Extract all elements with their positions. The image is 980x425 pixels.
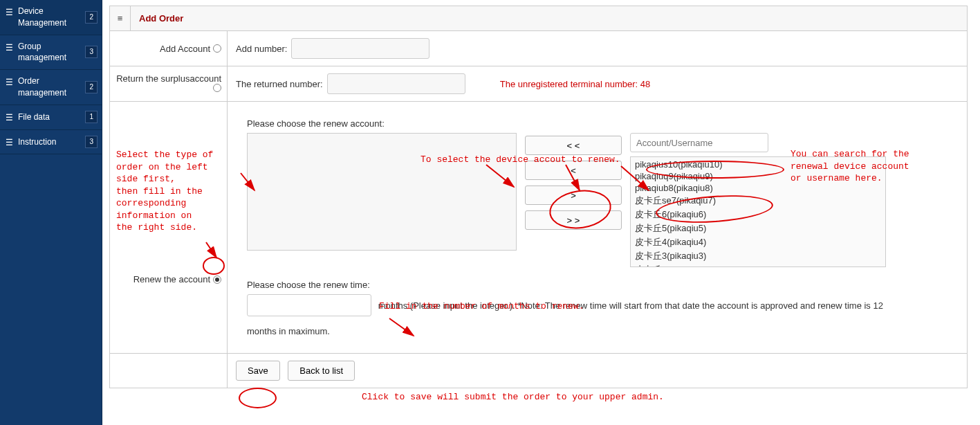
radio-icon[interactable] [213, 275, 221, 284]
return-surplus-option[interactable]: Return the surplusaccount [110, 66, 228, 101]
returned-number-label: The returned number: [236, 79, 323, 89]
annotation-save-hint: Click to save will submit the order to y… [362, 391, 664, 404]
available-account-list[interactable]: pikaqius10(pikaqiu10) pikaqiuq9(pikaqiu9… [630, 156, 886, 267]
list-item[interactable]: 皮卡丘2(pikaqiu2) [634, 263, 882, 267]
radio-icon[interactable] [213, 44, 221, 53]
move-all-right-button[interactable]: > > [525, 210, 622, 230]
sidebar-badge: 1 [85, 111, 98, 123]
renew-account-option[interactable]: Renew the account [110, 102, 228, 353]
months-note-2: months in maximum. [247, 326, 947, 336]
sidebar-badge: 3 [85, 46, 98, 58]
list-icon: ☰ [4, 112, 14, 124]
sidebar-item-group-management[interactable]: ☰ Group management 3 [0, 35, 102, 71]
add-number-label: Add number: [236, 44, 287, 54]
list-item[interactable]: 皮卡丘5(pikaqiu5) [634, 221, 882, 235]
return-label: Return the surplusaccount [116, 73, 221, 84]
move-left-button[interactable]: < [525, 161, 622, 180]
months-note: months (Please input the integer.). *Not… [378, 300, 883, 311]
list-icon: ☰ [4, 42, 14, 54]
panel-header: ≡ Add Order [110, 6, 967, 31]
list-item[interactable]: pikaqiub8(pikaqiu8) [634, 182, 882, 194]
sidebar-item-device-management[interactable]: ☰ Device Management 2 [0, 0, 102, 35]
menu-icon[interactable]: ≡ [110, 6, 131, 30]
add-account-label: Add Account [160, 44, 210, 54]
radio-icon[interactable] [213, 84, 221, 92]
sidebar-item-order-management[interactable]: ☰ Order management 2 [0, 70, 102, 105]
sidebar-item-label: Order management [18, 75, 82, 99]
renew-label: Renew the account [133, 274, 210, 284]
choose-account-title: Please choose the renew account: [247, 118, 947, 129]
selected-account-list[interactable] [247, 133, 517, 251]
list-item[interactable]: pikaqiuq9(pikaqiu9) [634, 170, 882, 182]
move-right-button[interactable]: > [525, 186, 622, 205]
list-item[interactable]: 皮卡丘4(pikaqiu4) [634, 235, 882, 249]
panel-title: Add Order [131, 13, 183, 24]
move-all-left-button[interactable]: < < [525, 136, 622, 155]
account-search-input[interactable] [630, 133, 768, 152]
annotation-ellipse [239, 388, 277, 408]
renew-time-input[interactable] [247, 294, 371, 316]
sidebar-item-label: Group management [18, 41, 82, 64]
list-item[interactable]: 皮卡丘3(pikaqiu3) [634, 249, 882, 263]
list-item[interactable]: pikaqius10(pikaqiu10) [634, 159, 882, 170]
list-icon: ☰ [4, 7, 14, 19]
sidebar-item-file-data[interactable]: ☰ File data 1 [0, 105, 102, 130]
back-to-list-button[interactable]: Back to list [288, 361, 355, 381]
choose-time-title: Please choose the renew time: [247, 280, 947, 290]
save-button[interactable]: Save [236, 361, 280, 381]
add-order-panel: ≡ Add Order Add Account Add number: Retu… [109, 6, 968, 388]
sidebar-badge: 3 [85, 136, 98, 148]
add-account-option[interactable]: Add Account [110, 31, 228, 66]
sidebar-badge: 2 [85, 81, 98, 93]
sidebar-badge: 2 [85, 11, 98, 24]
sidebar-item-label: Instruction [18, 136, 82, 148]
returned-number-input[interactable] [327, 73, 465, 94]
list-item[interactable]: 皮卡丘se7(pikaqiu7) [634, 194, 882, 208]
sidebar: ☰ Device Management 2 ☰ Group management… [0, 0, 102, 425]
list-icon: ☰ [4, 137, 14, 149]
list-item[interactable]: 皮卡丘6(pikaqiu6) [634, 208, 882, 221]
sidebar-item-label: File data [18, 111, 82, 123]
add-number-input[interactable] [291, 38, 429, 59]
sidebar-item-label: Device Management [18, 6, 82, 29]
list-icon: ☰ [4, 77, 14, 89]
unregistered-note: The unregistered terminal number: 48 [500, 79, 651, 89]
empty-label [110, 354, 228, 388]
sidebar-item-instruction[interactable]: ☰ Instruction 3 [0, 130, 102, 155]
